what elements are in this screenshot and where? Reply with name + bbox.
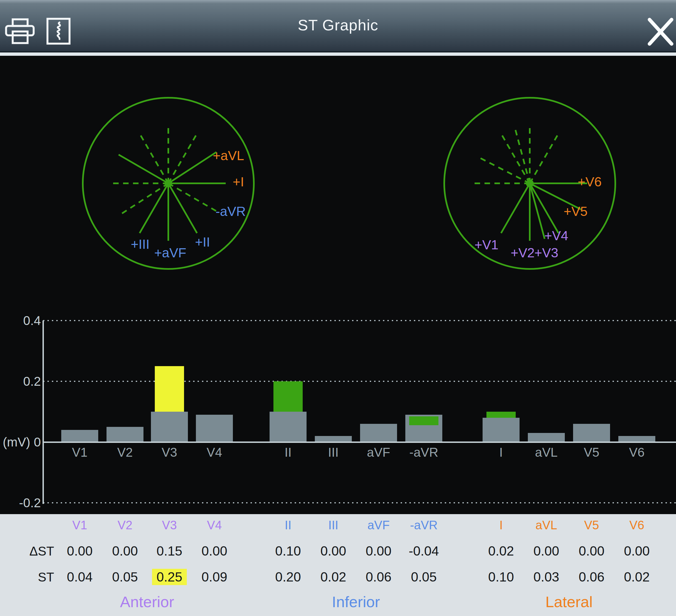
bar-aVF [360, 424, 397, 442]
axis-label-+V2: +V2 [511, 246, 535, 260]
y-tick-label-0: (mV) 0 [0, 436, 41, 448]
bar-II-delta [273, 381, 303, 412]
zero-baseline [43, 442, 676, 443]
lead-axis-ray-solid--150 [119, 155, 168, 183]
axis-label-+aVL: +aVL [213, 148, 244, 163]
bar-II [270, 412, 306, 442]
axes-center-hub [526, 179, 533, 187]
axes-center-hub [164, 179, 172, 187]
cell-delta-st-V6: 0.00 [609, 545, 664, 558]
cell-st-V6: 0.02 [609, 570, 664, 584]
axis-label-+III: +III [131, 237, 150, 252]
x-axis-label-V4: V4 [187, 446, 242, 459]
lead-axis-ray-solid-75 [530, 183, 545, 239]
close-icon [647, 17, 674, 46]
y-tick-label-0.4: 0.4 [0, 314, 41, 327]
axis-label-+V5: +V5 [564, 204, 588, 219]
bar-V6 [618, 436, 655, 442]
y-tick-label--0.2: -0.2 [0, 497, 41, 509]
lead-axis-ray-dashed-147 [120, 183, 168, 214]
lead-axis-ray-dashed-300 [530, 134, 558, 183]
axis-label-+V4: +V4 [544, 228, 568, 243]
lead-axis-ray-solid-60 [168, 183, 197, 233]
cell-delta-st-V4: 0.00 [187, 545, 242, 558]
axis-label-+aVF: +aVF [154, 246, 186, 260]
column-header-V4: V4 [187, 519, 242, 531]
axis-label-+V1: +V1 [474, 238, 499, 252]
axis-label-+II: +II [195, 235, 210, 249]
bar-III [315, 436, 352, 442]
y-tick-label-0.2: 0.2 [0, 375, 41, 388]
lead-axis-ray-solid-120 [501, 183, 530, 233]
x-axis-label--aVR: -aVR [396, 446, 451, 459]
axis-label-+V6: +V6 [578, 174, 602, 189]
lead-axis-ray-solid--33 [168, 152, 216, 183]
x-axis-label-V6: V6 [609, 446, 664, 459]
cell-st--aVR: 0.05 [396, 570, 451, 584]
title-bar: ST Graphic [0, 0, 676, 52]
horizontal-lead-axes-diagram: +V6+V5+V4+V3+V2+V1 [442, 95, 618, 272]
gridline--0.2 [43, 502, 676, 503]
bar-V1 [61, 430, 98, 442]
title-separator [0, 52, 676, 56]
group-label-Anterior: Anterior [92, 594, 202, 610]
column-header-V6: V6 [609, 519, 664, 531]
close-button[interactable] [643, 0, 674, 51]
column-header--aVR: -aVR [396, 519, 451, 531]
row-label-delta-st: ΔST [0, 545, 54, 558]
group-label-Inferior: Inferior [301, 594, 411, 610]
lead-axis-ray-dashed--60 [168, 134, 197, 183]
bar-V3 [151, 412, 188, 442]
lead-axis-ray-dashed-240 [501, 134, 530, 183]
lead-axis-ray-dashed-255 [515, 128, 530, 183]
bar--aVR-delta [409, 416, 439, 425]
y-axis-line [43, 320, 44, 504]
group-label-Lateral: Lateral [514, 594, 624, 610]
bar-I [483, 418, 519, 442]
gridline-0.2 [43, 381, 676, 382]
axis-label-+I: +I [233, 174, 244, 189]
row-label-st: ST [0, 570, 54, 584]
cell-st-V4: 0.09 [187, 570, 242, 584]
bar-V5 [573, 424, 610, 442]
window-title: ST Graphic [0, 16, 676, 34]
lead-axis-ray-solid-120 [139, 183, 168, 233]
gridline-0.4 [43, 320, 676, 321]
bar-I-delta [487, 412, 516, 418]
cell-delta-st--aVR: -0.04 [396, 545, 451, 558]
axis-label--aVR: -aVR [216, 204, 245, 219]
bar-V4 [196, 415, 233, 442]
bar-aVL [528, 433, 565, 442]
st-graphic-window: ST Graphic +aVL+I-aVR+II+aVF+III +V6+V5+… [0, 0, 676, 616]
bar-V2 [107, 427, 144, 442]
bar-V3-delta [155, 366, 184, 412]
alarm-highlighted-value: 0.25 [152, 569, 186, 585]
frontal-lead-axes-diagram: +aVL+I-aVR+II+aVF+III [80, 95, 257, 272]
axis-label-+V3: +V3 [534, 246, 558, 260]
